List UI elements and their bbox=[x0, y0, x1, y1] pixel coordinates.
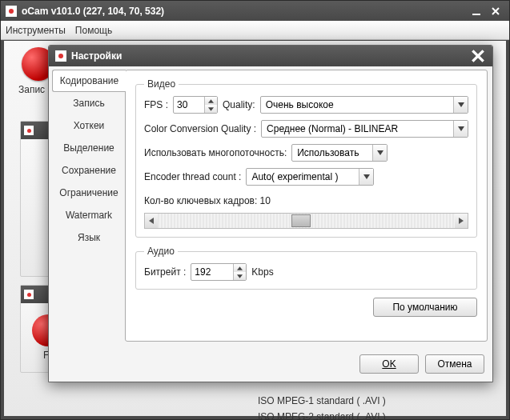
codec-item[interactable]: ISO MPEG-2 standard ( .AVI ) bbox=[258, 409, 498, 420]
fps-value: 30 bbox=[174, 99, 204, 110]
main-titlebar: oCam v101.0 (227, 104, 70, 532) bbox=[1, 1, 509, 21]
encoder-threads-label: Encoder thread count : bbox=[144, 171, 241, 182]
tab-record[interactable]: Запись bbox=[52, 92, 126, 114]
tab-watermark[interactable]: Watermark bbox=[52, 204, 126, 226]
minimize-button[interactable] bbox=[468, 5, 485, 18]
tab-language[interactable]: Язык bbox=[52, 226, 126, 249]
bitrate-unit: Kbps bbox=[251, 266, 273, 278]
dialog-body: Кодирование Запись Хоткеи Выделение Сохр… bbox=[49, 66, 492, 382]
dialog-button-row: OK Отмена bbox=[359, 354, 484, 374]
chevron-down-icon bbox=[453, 97, 468, 113]
menu-help[interactable]: Помощь bbox=[75, 25, 112, 36]
chevron-down-icon bbox=[359, 169, 373, 185]
slider-track[interactable] bbox=[158, 214, 455, 228]
multithread-label: Использовать многопоточность: bbox=[144, 147, 287, 158]
slider-right-icon[interactable] bbox=[455, 214, 468, 228]
tab-encoding[interactable]: Кодирование bbox=[52, 70, 126, 92]
app-icon bbox=[24, 126, 34, 135]
defaults-button[interactable]: По умолчанию bbox=[373, 298, 477, 317]
bitrate-value: 192 bbox=[191, 266, 233, 278]
slider-thumb[interactable] bbox=[291, 214, 311, 227]
keyframes-label: Кол-во ключевых кадров: 10 bbox=[144, 195, 271, 206]
menubar: Инструменты Помощь bbox=[1, 21, 509, 40]
slider-left-icon[interactable] bbox=[145, 214, 158, 228]
fps-input[interactable]: 30 bbox=[173, 96, 218, 114]
ccq-label: Color Conversion Quality : bbox=[144, 123, 256, 134]
quality-combo[interactable]: Очень высокое bbox=[260, 96, 468, 114]
app-icon bbox=[55, 50, 66, 62]
settings-tabs: Кодирование Запись Хоткеи Выделение Сохр… bbox=[52, 70, 126, 342]
fps-label: FPS : bbox=[144, 99, 168, 110]
ok-button[interactable]: OK bbox=[359, 354, 419, 374]
cancel-button-label: Отмена bbox=[437, 358, 472, 370]
encoder-threads-combo[interactable]: Auto( experimental ) bbox=[246, 168, 374, 186]
tab-hotkeys[interactable]: Хоткеи bbox=[52, 114, 126, 137]
quality-value: Очень высокое bbox=[261, 99, 453, 110]
tab-selection[interactable]: Выделение bbox=[52, 137, 126, 159]
spin-down-icon[interactable] bbox=[234, 272, 246, 280]
multithread-combo[interactable]: Использовать bbox=[291, 144, 388, 162]
video-legend: Видео bbox=[144, 78, 179, 90]
encoder-threads-value: Auto( experimental ) bbox=[247, 171, 359, 182]
main-window-title: oCam v101.0 (227, 104, 70, 532) bbox=[22, 6, 466, 17]
video-group: Видео FPS : 30 Quality: Очень высокое bbox=[135, 78, 477, 238]
quality-label: Quality: bbox=[223, 99, 255, 110]
audio-group: Аудио Битрейт : 192 Kbps bbox=[135, 246, 477, 290]
svg-rect-0 bbox=[472, 14, 480, 15]
dialog-title: Настройки bbox=[71, 50, 470, 62]
fps-spinner[interactable] bbox=[204, 97, 217, 113]
ccq-combo[interactable]: Среднее (Normal) - BILINEAR bbox=[261, 120, 468, 138]
close-button[interactable] bbox=[487, 5, 504, 18]
cancel-button[interactable]: Отмена bbox=[425, 354, 484, 374]
app-icon bbox=[24, 290, 34, 299]
ok-button-label: OK bbox=[382, 358, 396, 370]
defaults-button-label: По умолчанию bbox=[392, 302, 457, 313]
codec-item[interactable]: ISO MPEG-1 standard ( .AVI ) bbox=[258, 393, 498, 409]
bitrate-spinner[interactable] bbox=[233, 264, 246, 280]
ccq-value: Среднее (Normal) - BILINEAR bbox=[262, 123, 453, 134]
dialog-close-button[interactable] bbox=[470, 49, 486, 63]
menu-tools[interactable]: Инструменты bbox=[6, 25, 66, 36]
record-label: Запис bbox=[18, 84, 45, 95]
chevron-down-icon bbox=[372, 145, 387, 161]
tab-saving[interactable]: Сохранение bbox=[52, 159, 126, 182]
keyframes-slider[interactable] bbox=[144, 213, 468, 229]
spin-down-icon[interactable] bbox=[205, 105, 217, 113]
bitrate-input[interactable]: 192 bbox=[191, 263, 247, 281]
dialog-titlebar: Настройки bbox=[49, 46, 492, 66]
audio-legend: Аудио bbox=[144, 246, 178, 257]
settings-dialog: Настройки Кодирование Запись Хоткеи Выде… bbox=[48, 45, 493, 382]
spin-up-icon[interactable] bbox=[234, 264, 246, 272]
tab-limit[interactable]: Ограничение bbox=[52, 182, 126, 204]
bitrate-label: Битрейт : bbox=[144, 266, 186, 278]
app-icon bbox=[6, 6, 17, 17]
spin-up-icon[interactable] bbox=[205, 97, 217, 105]
settings-content: Видео FPS : 30 Quality: Очень высокое bbox=[125, 70, 488, 342]
chevron-down-icon bbox=[453, 121, 468, 137]
multithread-value: Использовать bbox=[292, 147, 372, 158]
